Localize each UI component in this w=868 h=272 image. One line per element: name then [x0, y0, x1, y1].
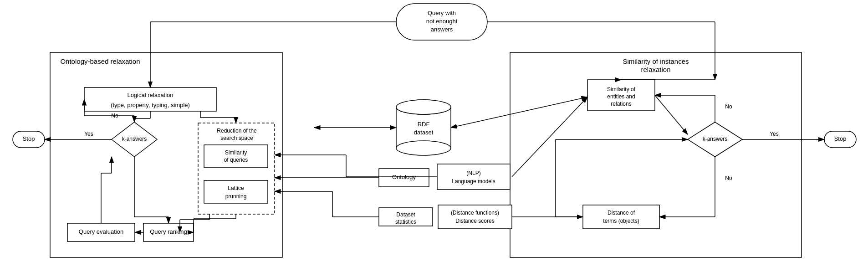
- no-right-top-label: No: [725, 103, 732, 110]
- nlp-language-text1: (NLP): [466, 170, 480, 176]
- similarity-instances-title: Similarity of instances: [623, 57, 689, 65]
- similarity-entities-text3: relations: [611, 101, 631, 107]
- similarity-queries-text1: Similarity: [225, 149, 247, 156]
- distance-functions-text1: (Distance functions): [451, 210, 499, 216]
- lattice-pruning-text1: Lattice: [228, 185, 244, 191]
- yes-left-label: Yes: [84, 131, 93, 137]
- query-ranking-text: Query ranking: [150, 228, 187, 235]
- logical-relaxation-text1: Logical relaxation: [127, 92, 173, 98]
- reduction-search-text1: Reduction of the: [217, 128, 257, 134]
- distance-functions-text2: Distance scores: [455, 218, 494, 224]
- query-top-text3: answers: [431, 26, 453, 33]
- similarity-queries-node: [204, 145, 268, 168]
- no-right-bottom-label: No: [725, 175, 732, 181]
- rdf-dataset-top2: [396, 100, 451, 114]
- rdf-dataset-text2: dataset: [414, 129, 434, 136]
- yes-right-label: Yes: [770, 131, 779, 137]
- distance-terms-node: [583, 205, 659, 229]
- similarity-instances-title2: relaxation: [641, 66, 670, 73]
- dataset-statistics-text2: statistics: [395, 219, 416, 225]
- stop-left-text: Stop: [23, 135, 35, 142]
- nlp-language-node: [437, 164, 510, 190]
- no-left-label: No: [111, 113, 118, 119]
- dataset-statistics-text1: Dataset: [396, 211, 415, 218]
- logical-relaxation-text2: (type, property, typing, simple): [111, 102, 190, 108]
- similarity-entities-text1: Similarity of: [607, 86, 636, 92]
- k-answers-left-text: k-answers: [122, 136, 147, 142]
- query-evaluation-text: Query evaluation: [79, 228, 123, 235]
- rdf-dataset-text1: RDF: [418, 121, 430, 128]
- lattice-pruning-text2: prunning: [225, 193, 247, 200]
- distance-terms-text2: terms (objects): [603, 218, 639, 224]
- stop-right-text: Stop: [834, 135, 847, 142]
- ontology-relaxation-title: Ontology-based relaxation: [60, 57, 140, 65]
- lattice-pruning-node: [204, 180, 268, 203]
- query-top-text2: not enought: [426, 18, 458, 25]
- distance-functions-node: [438, 205, 512, 229]
- query-top-text: Query with: [428, 10, 456, 16]
- similarity-entities-text2: entities and: [607, 93, 635, 100]
- distance-terms-text1: Distance of: [608, 210, 635, 216]
- ontology-text: Ontology: [392, 174, 416, 180]
- flowchart-diagram: Ontology-based relaxation Similarity of …: [0, 0, 868, 272]
- similarity-queries-text2: of queries: [224, 157, 248, 163]
- nlp-language-text2: Language models: [452, 178, 495, 185]
- rdf-dataset-bottom: [396, 141, 451, 155]
- reduction-search-text2: search space: [220, 135, 253, 141]
- k-answers-right-text: k-answers: [703, 136, 728, 142]
